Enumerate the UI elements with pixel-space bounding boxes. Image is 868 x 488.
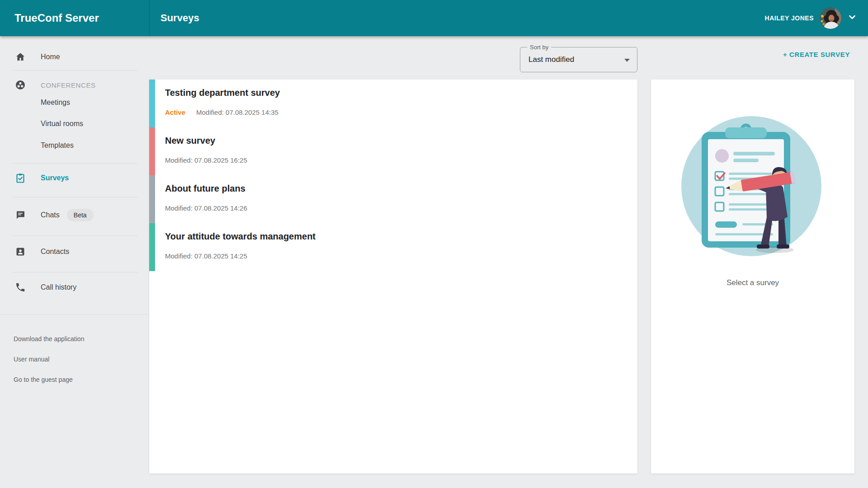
sidebar-item-virtual-rooms[interactable]: Virtual rooms xyxy=(0,113,149,135)
user-name: HAILEY JONES xyxy=(765,14,814,22)
app-header: TrueConf Server Surveys HAILEY JONES xyxy=(0,0,868,36)
sidebar-item-home[interactable]: Home xyxy=(0,46,149,68)
sidebar-item-call-history[interactable]: Call history xyxy=(0,277,149,298)
phone-icon xyxy=(15,282,26,293)
section-label: CONFERENCES xyxy=(41,81,96,89)
survey-title: Your attitude towards management xyxy=(165,231,316,242)
sidebar-item-label: Meetings xyxy=(41,99,70,107)
divider xyxy=(13,235,138,236)
divider xyxy=(13,272,138,272)
app-logo: TrueConf Server xyxy=(14,0,99,36)
survey-color-bar xyxy=(149,127,155,175)
beta-badge: Beta xyxy=(67,209,94,221)
sidebar-item-meetings[interactable]: Meetings xyxy=(0,92,149,113)
survey-list-item[interactable]: Your attitude towards management Modifie… xyxy=(149,223,637,271)
link-user-manual[interactable]: User manual xyxy=(14,356,49,363)
sidebar-item-label: Chats xyxy=(41,211,60,219)
survey-list: Testing department survey Active Modifie… xyxy=(149,80,637,474)
header-divider xyxy=(149,0,150,36)
contacts-icon xyxy=(15,246,26,257)
survey-list-item[interactable]: New survey Modified: 07.08.2025 16:25 xyxy=(149,127,637,175)
sidebar-item-label: Call history xyxy=(41,283,76,291)
user-menu[interactable]: HAILEY JONES xyxy=(765,0,857,36)
divider xyxy=(13,70,138,70)
home-icon xyxy=(15,52,26,62)
survey-modified: Modified: 07.08.2025 14:35 xyxy=(196,108,278,116)
survey-detail-panel: Select a survey xyxy=(651,80,854,474)
divider xyxy=(0,314,149,314)
page-title: Surveys xyxy=(160,0,199,36)
survey-title: New survey xyxy=(165,136,215,146)
surveys-icon xyxy=(15,173,26,183)
sidebar: Home CONFERENCES Meetings Virtual rooms … xyxy=(0,36,149,488)
detail-placeholder: Select a survey xyxy=(651,278,854,287)
chevron-down-icon[interactable] xyxy=(847,12,857,24)
sidebar-item-contacts[interactable]: Contacts xyxy=(0,241,149,263)
survey-title: About future plans xyxy=(165,183,245,194)
survey-status-badge: Active xyxy=(165,108,185,116)
survey-color-bar xyxy=(149,223,155,271)
chats-icon xyxy=(15,210,26,221)
conferences-icon xyxy=(15,80,26,90)
sidebar-item-label: Surveys xyxy=(41,174,69,182)
survey-color-bar xyxy=(149,175,155,223)
sort-by-value: Last modified xyxy=(528,47,574,72)
sidebar-item-label: Templates xyxy=(41,141,74,150)
avatar[interactable] xyxy=(820,7,841,29)
survey-list-item[interactable]: About future plans Modified: 07.08.2025 … xyxy=(149,175,637,223)
link-guest-page[interactable]: Go to the guest page xyxy=(14,376,73,383)
sidebar-item-label: Virtual rooms xyxy=(41,120,83,128)
survey-color-bar xyxy=(149,80,155,127)
survey-title: Testing department survey xyxy=(165,88,280,98)
sidebar-item-label: Contacts xyxy=(41,248,69,256)
sidebar-item-label: Home xyxy=(41,53,60,61)
divider xyxy=(13,197,138,197)
sidebar-item-surveys[interactable]: Surveys xyxy=(0,167,149,189)
dropdown-arrow-icon xyxy=(624,59,630,62)
survey-modified: Modified: 07.08.2025 16:25 xyxy=(165,156,247,164)
divider xyxy=(13,163,138,164)
survey-modified: Modified: 07.08.2025 14:26 xyxy=(165,204,247,212)
survey-modified: Modified: 07.08.2025 14:25 xyxy=(165,252,247,260)
link-download-application[interactable]: Download the application xyxy=(14,335,84,343)
create-survey-button[interactable]: + CREATE SURVEY xyxy=(783,51,850,58)
survey-illustration xyxy=(679,114,824,258)
sort-by-select[interactable]: Sort by Last modified xyxy=(520,47,637,72)
survey-list-item[interactable]: Testing department survey Active Modifie… xyxy=(149,80,637,127)
sidebar-item-chats[interactable]: Chats Beta xyxy=(0,204,149,226)
sidebar-item-templates[interactable]: Templates xyxy=(0,135,149,156)
